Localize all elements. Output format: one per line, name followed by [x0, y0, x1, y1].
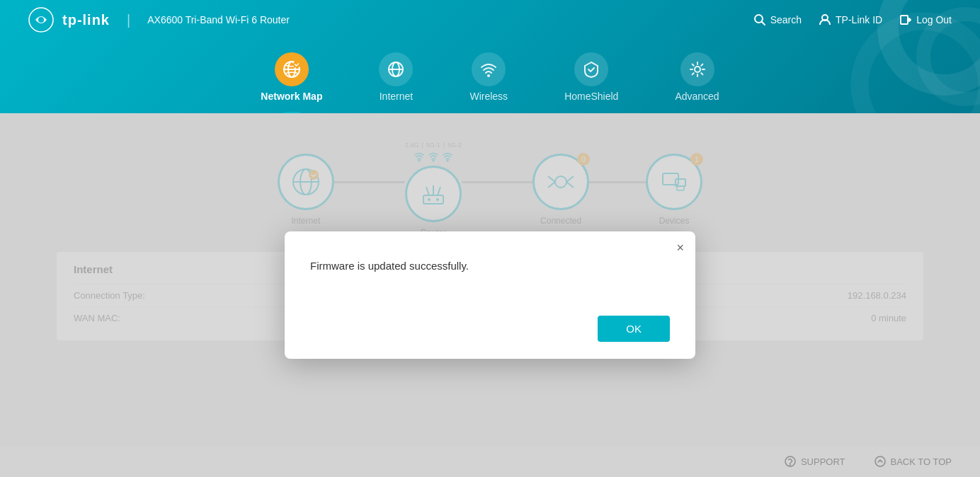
header: tp-link | AX6600 Tri-Band Wi-Fi 6 Router…	[0, 0, 980, 113]
nav-icon-homeshield	[574, 52, 608, 86]
dialog-footer: OK	[285, 304, 695, 359]
nav-icon-internet	[379, 52, 413, 86]
dialog-overlay: × Firmware is updated successfully. OK	[0, 113, 980, 477]
firmware-dialog: × Firmware is updated successfully. OK	[285, 231, 695, 359]
nav-icon-network-map	[275, 52, 309, 86]
nav-item-internet[interactable]: Internet	[351, 44, 441, 113]
dialog-message: Firmware is updated successfully.	[310, 260, 469, 272]
main-content: Internet 2.4G | 5G-1 | 5G-2	[0, 113, 980, 477]
svg-point-17	[695, 67, 700, 72]
nav-label-internet: Internet	[380, 91, 413, 102]
logout-label: Log Out	[916, 14, 952, 25]
nav-icon-advanced	[680, 52, 714, 86]
header-divider: |	[127, 12, 130, 28]
tplink-id-label: TP-Link ID	[836, 14, 882, 25]
header-actions: Search TP-Link ID Log Out	[753, 13, 952, 26]
tplink-logo-icon	[28, 7, 54, 33]
nav-label-advanced: Advanced	[675, 91, 719, 102]
svg-point-16	[487, 74, 490, 77]
search-label: Search	[770, 14, 802, 25]
svg-line-6	[761, 22, 765, 25]
search-icon	[753, 13, 766, 26]
brand-name-text: tp-link	[62, 12, 110, 28]
nav-item-network-map[interactable]: Network Map	[232, 44, 351, 113]
nav-item-advanced[interactable]: Advanced	[646, 44, 747, 113]
dialog-close-button[interactable]: ×	[676, 241, 684, 254]
logout-icon	[899, 13, 912, 26]
dialog-body: Firmware is updated successfully.	[285, 231, 695, 304]
nav-item-wireless[interactable]: Wireless	[441, 44, 536, 113]
brand-area: tp-link | AX6600 Tri-Band Wi-Fi 6 Router	[28, 7, 290, 33]
nav-label-wireless: Wireless	[469, 91, 508, 102]
tplink-id-action[interactable]: TP-Link ID	[819, 13, 882, 26]
nav-item-homeshield[interactable]: HomeShield	[536, 44, 646, 113]
nav-icon-wireless	[472, 52, 506, 86]
svg-point-4	[38, 17, 44, 23]
header-top-bar: tp-link | AX6600 Tri-Band Wi-Fi 6 Router…	[0, 0, 980, 40]
nav-area: Network Map Internet Wire	[0, 44, 980, 113]
device-name-text: AX6600 Tri-Band Wi-Fi 6 Router	[147, 14, 290, 25]
svg-point-12	[293, 61, 300, 68]
dialog-ok-button[interactable]: OK	[598, 316, 670, 342]
nav-label-network-map: Network Map	[261, 91, 322, 102]
user-icon	[819, 13, 831, 26]
svg-rect-8	[901, 16, 908, 24]
search-action[interactable]: Search	[753, 13, 802, 26]
logo: tp-link	[28, 7, 110, 33]
logout-action[interactable]: Log Out	[899, 13, 952, 26]
nav-label-homeshield: HomeShield	[564, 91, 618, 102]
